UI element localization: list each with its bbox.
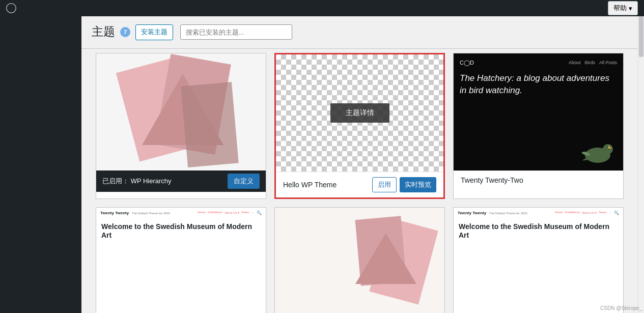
theme-detail-button[interactable]: 主题详情 bbox=[330, 103, 389, 123]
ps-shape-3 bbox=[355, 233, 416, 284]
active-theme-label: 已启用： WP Hierarchy 自定义 bbox=[96, 170, 266, 192]
ttb-search-icon: 🔍 bbox=[614, 211, 619, 215]
hello-theme-actions: 启用 实时预览 bbox=[372, 177, 436, 192]
ttb-thumbnail: Twenty Twenty The Default Theme for 2020… bbox=[454, 208, 623, 313]
theme-preview-ttb: Twenty Twenty The Default Theme for 2020… bbox=[454, 208, 623, 313]
svg-point-1 bbox=[603, 144, 613, 154]
active-prefix: 已启用： bbox=[102, 177, 129, 185]
theme-card-wp-hierarchy: 已启用： WP Hierarchy 自定义 bbox=[96, 53, 266, 199]
theme-card-hello-wp: 主题详情 Hello WP Theme 启用 实时预览 bbox=[274, 53, 445, 199]
shape-4 bbox=[181, 82, 239, 167]
theme-preview-tt2: C◯D About Birds All Posts The Hatchery: … bbox=[454, 53, 623, 170]
ttb-branding: Twenty Twenty The Default Theme for 2020 bbox=[458, 211, 527, 215]
tt2-nav-birds: Birds bbox=[584, 60, 595, 65]
ttb-tagline: The Default Theme for 2020 bbox=[489, 212, 527, 215]
ttb-header: Twenty Twenty The Default Theme for 2020… bbox=[454, 208, 623, 218]
tt2-footer: Twenty Twenty-Two bbox=[454, 170, 623, 189]
admin-bar: 帮助 ▾ bbox=[0, 0, 644, 16]
hello-theme-thumbnail: 主题详情 bbox=[276, 54, 443, 172]
theme-card-twenty-twenty-b: Twenty Twenty The Default Theme for 2020… bbox=[453, 207, 624, 313]
hello-theme-footer: Hello WP Theme 启用 实时预览 bbox=[276, 172, 443, 197]
activate-hello-button[interactable]: 启用 bbox=[372, 177, 397, 192]
help-button[interactable]: 帮助 ▾ bbox=[608, 1, 638, 15]
theme-preview-hello-wp: 主题详情 bbox=[276, 54, 443, 172]
ttb-nav-about: About Us ▾ bbox=[582, 211, 597, 215]
help-label: 帮助 bbox=[613, 4, 627, 13]
install-theme-button[interactable]: 安装主题 bbox=[135, 24, 173, 40]
theme-search-input[interactable] bbox=[180, 24, 292, 40]
theme-card-twenty-twenty-two: C◯D About Birds All Posts The Hatchery: … bbox=[453, 53, 624, 199]
tta-header: Twenty Twenty The Default Theme for 2020… bbox=[96, 208, 266, 218]
tt2-header: C◯D About Birds All Posts bbox=[460, 60, 617, 66]
sidebar bbox=[0, 16, 81, 313]
tta-nav: Home Exhibitions About Us ▾ News ··· 🔍 bbox=[198, 211, 262, 215]
ttb-nav: Home Exhibitions About Us ▾ News ··· 🔍 bbox=[555, 211, 619, 215]
blank-thumbnail bbox=[275, 208, 444, 313]
tta-hero-text: Welcome to the Swedish Museum of Modern … bbox=[96, 218, 266, 244]
tt2-hero-text: The Hatchery: a blog about adventures in… bbox=[460, 72, 617, 97]
tta-search-icon: 🔍 bbox=[257, 211, 262, 215]
tta-more-icon: ··· bbox=[251, 211, 255, 215]
tta-nav-home: Home bbox=[198, 211, 206, 215]
admin-bar-right: 帮助 ▾ bbox=[608, 1, 638, 15]
content-area: 主题 7 安装主题 bbox=[81, 16, 638, 313]
tt2-nav: About Birds All Posts bbox=[569, 60, 617, 65]
tta-thumbnail: Twenty Twenty The Default Theme for 2020… bbox=[96, 208, 266, 313]
svg-point-3 bbox=[610, 146, 611, 147]
ttb-site-title: Twenty Twenty bbox=[458, 211, 486, 215]
tta-branding: Twenty Twenty The Default Theme for 2020 bbox=[100, 211, 170, 215]
hello-theme-name: Hello WP Theme bbox=[283, 181, 337, 189]
customize-button[interactable]: 自定义 bbox=[228, 174, 260, 189]
hierarchy-shapes bbox=[96, 53, 266, 170]
tt2-logo: C◯D bbox=[460, 60, 474, 66]
theme-card-twenty-twenty-blank: Twenty Twenty (variant) bbox=[274, 207, 445, 313]
bird-icon bbox=[577, 135, 618, 165]
active-label-text: 已启用： WP Hierarchy bbox=[102, 177, 172, 186]
tta-nav-about: About Us ▾ bbox=[225, 211, 239, 215]
tta-nav-exhibitions: Exhibitions bbox=[208, 211, 222, 215]
ttb-nav-home: Home bbox=[555, 211, 563, 215]
ttb-more-icon: ··· bbox=[608, 211, 612, 215]
theme-preview-blank bbox=[275, 208, 444, 313]
right-scrollbar[interactable] bbox=[638, 16, 644, 313]
chevron-down-icon: ▾ bbox=[629, 5, 632, 12]
themes-header: 主题 7 安装主题 bbox=[81, 16, 638, 49]
ttb-hero-text: Welcome to the Swedish Museum of Modern … bbox=[454, 218, 623, 244]
main-layout: 主题 7 安装主题 bbox=[0, 16, 644, 313]
watermark: CSDN @Sterope_ bbox=[600, 305, 642, 311]
ttb-nav-news: News bbox=[599, 211, 606, 215]
admin-bar-left bbox=[6, 3, 16, 13]
page-title: 主题 bbox=[92, 24, 115, 40]
theme-preview-tta: Twenty Twenty The Default Theme for 2020… bbox=[96, 208, 266, 313]
tt2-nav-all-posts: All Posts bbox=[599, 60, 617, 65]
theme-card-twenty-twenty-a: Twenty Twenty The Default Theme for 2020… bbox=[96, 207, 266, 313]
theme-preview-wp-hierarchy bbox=[96, 53, 266, 170]
tt2-theme-name: Twenty Twenty-Two bbox=[461, 176, 523, 184]
tt2-thumbnail: C◯D About Birds All Posts The Hatchery: … bbox=[454, 53, 623, 170]
wp-hierarchy-thumbnail bbox=[96, 53, 266, 170]
theme-count-badge: 7 bbox=[120, 27, 130, 37]
scrollbar-thumb[interactable] bbox=[639, 16, 643, 57]
tta-site-title: Twenty Twenty bbox=[100, 211, 129, 215]
ttb-nav-exhibitions: Exhibitions bbox=[565, 211, 580, 215]
tta-nav-news: News bbox=[241, 211, 249, 215]
live-preview-hello-button[interactable]: 实时预览 bbox=[400, 177, 436, 192]
active-theme-name: WP Hierarchy bbox=[131, 177, 172, 185]
themes-grid: 已启用： WP Hierarchy 自定义 主题详情 Hello WP Them… bbox=[81, 49, 638, 313]
tt2-nav-about: About bbox=[569, 60, 581, 65]
wordpress-logo-icon bbox=[6, 3, 16, 13]
tta-tagline: The Default Theme for 2020 bbox=[132, 212, 170, 215]
